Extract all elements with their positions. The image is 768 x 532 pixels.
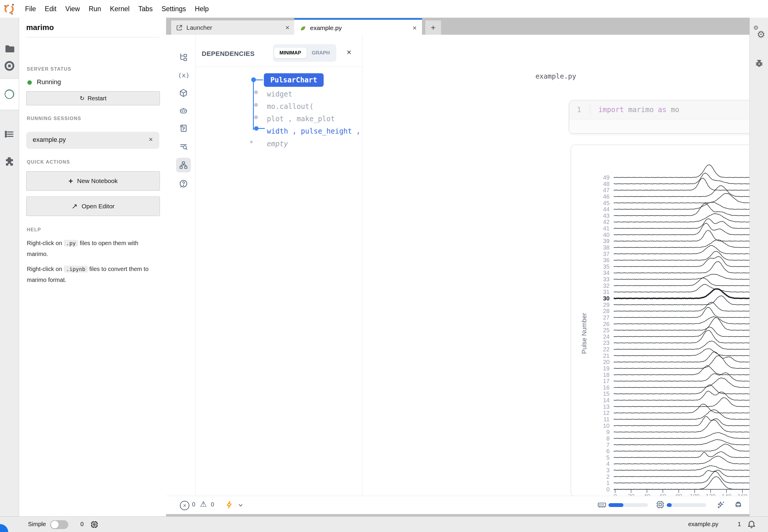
pulse-curve: [614, 420, 768, 432]
running-kernels-icon[interactable]: [4, 61, 15, 71]
close-session-icon[interactable]: ×: [149, 135, 153, 144]
tab-bar: Launcher × example.py × +: [166, 18, 749, 35]
view-toggle: MINIMAP GRAPH: [273, 44, 336, 62]
menu-item-settings[interactable]: Settings: [161, 5, 186, 13]
ai-sparkles-icon[interactable]: [716, 500, 726, 509]
tree-item[interactable]: widget: [267, 90, 292, 98]
chevron-down-icon[interactable]: [237, 502, 244, 508]
open-editor-label: Open Editor: [81, 203, 114, 210]
help-text: Right-click on: [27, 240, 62, 246]
tree-node-dot: [254, 126, 259, 131]
restart-button[interactable]: ↻ Restart: [26, 91, 160, 105]
new-tab-button[interactable]: +: [425, 20, 441, 35]
y-tick-label: 23: [603, 340, 610, 346]
code-content[interactable]: import marimo as mo: [599, 106, 679, 114]
tree-item-empty[interactable]: empty: [267, 140, 288, 148]
ipynb-extension-chip: .ipynb: [64, 266, 88, 272]
y-tick-label: 29: [603, 302, 610, 308]
y-tick-label: 27: [603, 314, 610, 321]
menu-item-file[interactable]: File: [25, 5, 36, 13]
session-item[interactable]: example.py ×: [26, 132, 159, 149]
bell-icon[interactable]: [747, 520, 756, 529]
copilot-icon[interactable]: [733, 500, 743, 510]
marimo-logo-icon: [3, 3, 15, 15]
open-editor-button[interactable]: ↗ Open Editor: [26, 197, 160, 216]
menu-item-edit[interactable]: Edit: [45, 5, 56, 13]
y-tick-label: 46: [603, 193, 610, 200]
dependencies-icon[interactable]: [179, 160, 188, 170]
y-tick-label: 6: [606, 448, 610, 454]
close-tab-icon[interactable]: ×: [413, 24, 417, 32]
chip-icon[interactable]: [90, 520, 99, 529]
pulse-curve: [614, 373, 768, 381]
status-filename[interactable]: example.py: [688, 521, 718, 528]
file-browser-icon[interactable]: [4, 44, 15, 54]
server-status-value: Running: [37, 78, 61, 86]
errors-icon[interactable]: ×: [180, 501, 189, 510]
file-tree-icon[interactable]: [179, 52, 188, 62]
code-token: import: [599, 106, 624, 114]
notebook-helper-rail: (x): [166, 35, 196, 496]
y-tick-label: 12: [603, 410, 610, 416]
help-text-py: Right-click on .py files to open them wi…: [27, 238, 159, 259]
menu-item-tabs[interactable]: Tabs: [138, 5, 153, 13]
chart-output-card: 4948474645444342414039383736353433323130…: [571, 145, 768, 496]
activity-rail: [0, 18, 19, 516]
y-tick-label: 28: [603, 308, 610, 314]
setup-cell[interactable]: 1 import marimo as mo setup cell ?: [569, 100, 768, 134]
pulse-curve: [614, 186, 768, 197]
new-notebook-button[interactable]: + New Notebook: [26, 171, 160, 191]
menu-item-help[interactable]: Help: [195, 5, 209, 13]
tree-item-highlighted[interactable]: width , pulse_height , n_poi: [267, 127, 362, 135]
menu-item-run[interactable]: Run: [89, 5, 101, 13]
close-tab-icon[interactable]: ×: [285, 24, 290, 32]
ai-chat-icon[interactable]: [179, 106, 188, 115]
tree-item[interactable]: plot , make_plot: [267, 115, 335, 123]
menu-item-kernel[interactable]: Kernel: [110, 5, 129, 13]
py-extension-chip: .py: [64, 240, 78, 247]
y-tick-label: 40: [603, 232, 610, 238]
menu-item-view[interactable]: View: [65, 5, 80, 13]
packages-icon[interactable]: [179, 88, 188, 98]
pulse-curve: [614, 471, 768, 483]
extensions-icon[interactable]: [4, 156, 15, 167]
rail-divider: [0, 79, 19, 79]
tab-example-py[interactable]: example.py ×: [294, 18, 422, 36]
y-tick-label: 0: [606, 486, 610, 493]
right-rail: ⚙ ⚙: [749, 18, 768, 516]
code-row: 1 import marimo as mo: [569, 100, 768, 119]
scratchpad-search-icon[interactable]: [179, 142, 188, 151]
y-tick-label: 26: [603, 321, 610, 327]
y-tick-label: 25: [603, 327, 610, 333]
pulse-curve: [614, 391, 768, 400]
simple-mode-toggle[interactable]: [50, 520, 68, 529]
corner-accent: [0, 524, 8, 532]
debugger-bug-icon[interactable]: [754, 58, 765, 69]
error-count: 0: [192, 501, 195, 508]
plus-icon: +: [69, 177, 73, 186]
y-tick-label: 35: [603, 263, 610, 270]
marimo-sidebar-icon[interactable]: [4, 88, 15, 100]
y-tick-label: 41: [603, 225, 610, 232]
y-tick-label: 32: [603, 282, 610, 289]
runtime-config-icon[interactable]: [225, 500, 234, 509]
tree-item[interactable]: mo.callout(: [267, 102, 314, 111]
property-inspector-icon-large[interactable]: ⚙: [757, 29, 765, 40]
graph-toggle-button[interactable]: GRAPH: [307, 48, 335, 58]
pulse-curve: [614, 452, 768, 458]
pulse-curve: [614, 262, 768, 273]
y-tick-label: 47: [603, 187, 610, 193]
warning-icon[interactable]: ⚠: [200, 500, 207, 509]
help-bubble-icon[interactable]: [179, 179, 188, 188]
tree-item-selected[interactable]: PulsarChart: [264, 73, 324, 87]
y-tick-label: 18: [603, 372, 610, 378]
variables-icon[interactable]: (x): [178, 72, 189, 79]
pulse-curve: [614, 274, 768, 280]
leaf-icon: [300, 24, 307, 31]
close-panel-icon[interactable]: ×: [347, 48, 351, 57]
table-of-contents-icon[interactable]: [4, 129, 15, 139]
tab-launcher[interactable]: Launcher ×: [171, 20, 295, 35]
logs-icon[interactable]: [179, 124, 188, 133]
line-number: 1: [577, 106, 590, 114]
minimap-toggle-button[interactable]: MINIMAP: [274, 48, 307, 58]
